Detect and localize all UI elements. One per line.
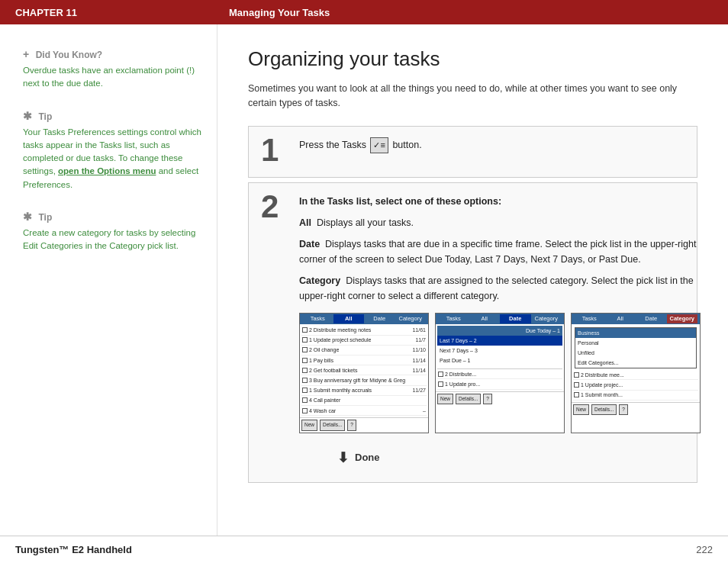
help-btn-1[interactable]: ? [347, 420, 356, 430]
cat-edit[interactable]: Edit Categories... [575, 358, 696, 368]
page-header: CHAPTER 11 Managing Your Tasks [0, 0, 728, 24]
checkbox-8 [302, 397, 308, 403]
cat-task-2: 1 Update projec... [581, 381, 623, 389]
task-text-7: 1 Submit monthly accruals [309, 386, 372, 394]
screen-row-4: 1 Pay bills 11/14 [301, 355, 427, 365]
screenshot-all-header: Tasks All Date Category [300, 314, 428, 324]
screen-cat-row-1: 2 Distribute mee... [573, 370, 698, 380]
chapter-title: Managing Your Tasks [229, 7, 330, 18]
screenshot-all-body: 2 Distribute meeting notes 11/61 1 Updat… [300, 324, 428, 418]
step-1-container: 1 Press the Tasks ✓≡ button. [248, 126, 697, 178]
screen-cat-row-2: 1 Update projec... [573, 380, 698, 390]
tip-2-label: Tip [38, 212, 52, 223]
option-all: All Displays all your tasks. [299, 215, 701, 230]
option-category: Category Displays tasks that are assigne… [299, 273, 701, 304]
date-filter-header: Due Today – 1 [437, 326, 562, 336]
screenshots-row: Tasks All Date Category 2 Distribute mee… [299, 313, 701, 433]
checkbox-1 [302, 327, 308, 333]
checkbox-3 [302, 347, 308, 352]
screenshot-cat-footer: New Details... ? [572, 402, 700, 417]
screenshot-cat-body: Business Personal Unfiled Edit Categorie… [572, 324, 700, 402]
cat-personal[interactable]: Personal [575, 338, 696, 348]
checkbox-9 [302, 408, 308, 413]
tab-tasks-2: Tasks [438, 314, 469, 323]
chapter-label: CHAPTER 11 [15, 7, 229, 18]
cat-business[interactable]: Business [575, 328, 696, 338]
screen-row-3: 2 Oil change 11/10 [301, 346, 427, 355]
cat-checkbox-2 [574, 382, 579, 388]
sidebar-tip-2: ✱ Tip Create a new category for tasks by… [23, 210, 201, 253]
category-dropdown[interactable]: Business Personal Unfiled Edit Categorie… [575, 327, 697, 369]
sidebar-did-you-know: + Did You Know? Overdue tasks have an ex… [23, 47, 201, 91]
sidebar: + Did You Know? Overdue tasks have an ex… [0, 24, 217, 536]
step-2-container: 2 In the Tasks list, select one of these… [248, 182, 697, 484]
tab-category-active: Category [667, 314, 698, 323]
did-you-know-text: Overdue tasks have an exclamation point … [23, 64, 201, 91]
cat-task-3: 1 Submit month... [581, 391, 623, 399]
tab-date-active: Date [500, 314, 531, 323]
details-btn-1[interactable]: Details... [320, 420, 345, 430]
cat-checkbox-1 [574, 372, 579, 378]
details-btn-2[interactable]: Details... [456, 394, 481, 404]
sidebar-tip-1: ✱ Tip Your Tasks Preferences settings co… [23, 109, 201, 191]
plus-icon: + [23, 48, 29, 60]
date-checkbox-1 [438, 372, 443, 377]
tab-category: Category [395, 314, 427, 323]
help-btn-2[interactable]: ? [483, 394, 492, 404]
step-1-content: Press the Tasks ✓≡ button. [299, 137, 685, 154]
screenshot-all: Tasks All Date Category 2 Distribute mee… [299, 313, 429, 433]
screen-row-8: 4 Call painter [301, 396, 427, 406]
page-footer: Tungsten™ E2 Handheld 222 [0, 536, 728, 563]
screenshot-category: Tasks All Date Category Business Persona… [571, 313, 701, 433]
screen-row-5: 2 Get football tickets 11/14 [301, 365, 427, 375]
new-btn-2[interactable]: New [437, 394, 453, 404]
task-text-6: 3 Buy anniversary gift for Midyne & Greg [309, 376, 405, 384]
task-text-9: 4 Wash car [309, 407, 336, 415]
tab-category-2: Category [531, 314, 562, 323]
screenshot-cat-header: Tasks All Date Category [572, 314, 700, 324]
checkbox-7 [302, 388, 308, 393]
done-arrow-icon: ⬇ [337, 447, 349, 469]
tab-all-3: All [605, 314, 636, 323]
date-filter-past: Past Due – 1 [437, 355, 562, 365]
screen-row-1: 2 Distribute meeting notes 11/61 [301, 326, 427, 336]
screenshot-all-footer: New Details... ? [300, 417, 428, 432]
tab-date-3: Date [636, 314, 667, 323]
task-date-9: – [423, 407, 426, 415]
tab-all-2: All [469, 314, 501, 323]
screen-date-row-1: 2 Distribute... [437, 369, 562, 379]
tab-tasks-3: Tasks [574, 314, 605, 323]
task-text-1: 2 Distribute meeting notes [309, 326, 371, 334]
intro-text: Sometimes you want to look at all the th… [248, 82, 697, 111]
did-you-know-label: Did You Know? [36, 50, 103, 60]
screenshot-date-footer: New Details... ? [436, 391, 564, 406]
cat-checkbox-3 [574, 392, 579, 397]
date-checkbox-2 [438, 381, 443, 387]
done-row: ⬇ Done [299, 441, 701, 472]
screenshot-date: Tasks All Date Category Due Today – 1 La… [435, 313, 565, 433]
screen-row-9: 4 Wash car – [301, 406, 427, 416]
help-btn-3[interactable]: ? [619, 404, 628, 415]
done-label: Done [355, 450, 380, 466]
details-btn-3[interactable]: Details... [591, 404, 617, 415]
task-date-5: 11/14 [412, 366, 426, 375]
tip-2-text: Create a new category for tasks by selec… [23, 227, 201, 253]
task-text-2: 1 Update project schedule [309, 336, 371, 344]
option-date: Date Displays tasks that are due in a sp… [299, 236, 701, 267]
checkbox-6 [302, 378, 308, 383]
step-1: 1 Press the Tasks ✓≡ button. [249, 127, 697, 177]
task-date-1: 11/61 [412, 326, 426, 334]
screen-cat-row-3: 1 Submit month... [573, 391, 698, 401]
task-date-4: 11/14 [412, 356, 426, 365]
cat-unfiled[interactable]: Unfiled [575, 348, 696, 358]
screen-row-2: 1 Update project schedule 11/7 [301, 336, 427, 346]
tip-1-label: Tip [38, 111, 52, 122]
step-2: 2 In the Tasks list, select one of these… [249, 183, 697, 483]
options-menu-link[interactable]: open the Options menu [58, 166, 156, 175]
screen-row-7: 1 Submit monthly accruals 11/27 [301, 386, 427, 396]
task-date-2: 11/7 [415, 336, 426, 344]
tasks-icon: ✓≡ [370, 137, 388, 154]
new-btn-3[interactable]: New [573, 404, 589, 415]
new-btn-1[interactable]: New [301, 420, 317, 430]
date-task-1: 2 Distribute... [445, 370, 476, 378]
